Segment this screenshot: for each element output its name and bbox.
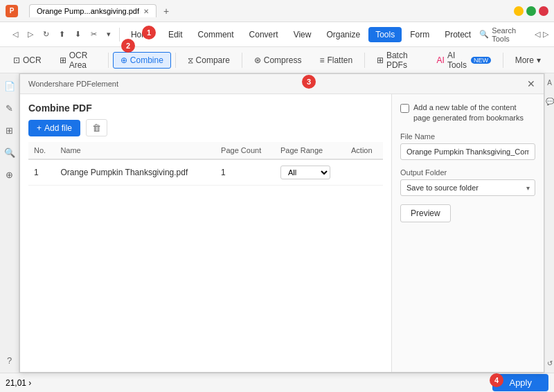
ai-tools-btn[interactable]: AI AI Tools NEW (429, 47, 499, 73)
ai-icon: AI (437, 55, 445, 65)
ocr-area-label: OCR Area (69, 51, 96, 70)
compare-btn[interactable]: ⧖ Compare (180, 52, 238, 69)
trash-icon: 🗑 (92, 123, 101, 133)
menu-convert[interactable]: Convert (242, 27, 285, 42)
menu-edit[interactable]: Edit (161, 27, 190, 42)
dialog-close-btn[interactable]: ✕ (527, 78, 535, 89)
more-chevron-icon: ▾ (537, 55, 541, 65)
combine-dialog: Wondershare PDFelement ✕ Combine PDF + A… (19, 73, 544, 373)
col-no: No. (28, 142, 55, 159)
menu-organize[interactable]: Organize (319, 27, 367, 42)
menu-tools[interactable]: Tools (368, 27, 402, 42)
compress-label: Compress (264, 55, 302, 65)
preview-btn[interactable]: Preview (400, 204, 451, 222)
sidebar-link-icon[interactable]: ? (3, 353, 17, 367)
preview-area: Preview (400, 204, 535, 222)
col-page-range: Page Range (275, 142, 346, 159)
batch-icon: ⊞ (377, 55, 384, 65)
compress-icon: ⊛ (254, 55, 261, 65)
toolbar-back[interactable]: ◁ (8, 28, 22, 41)
compress-btn[interactable]: ⊛ Compress (247, 52, 310, 69)
maximize-btn[interactable] (526, 6, 536, 16)
active-tab[interactable]: Orange Pump...anksgiving.pdf ✕ (29, 4, 157, 17)
output-folder-label: Output Folder (400, 168, 535, 177)
combine-toolbar: + Add file 🗑 (28, 119, 383, 136)
nav-back[interactable]: ◁ (535, 30, 540, 39)
sidebar-edit-icon[interactable]: ✎ (3, 101, 17, 115)
sep-4 (364, 53, 365, 68)
col-action: Action (346, 142, 383, 159)
row-action (346, 159, 383, 186)
compare-label: Compare (196, 55, 230, 65)
toolbar-upload[interactable]: ⬆ (55, 28, 69, 41)
right-sidebar-chat-icon[interactable]: 💬 (546, 98, 554, 105)
combine-right: Add a new table of the content page gene… (391, 94, 544, 372)
menu-comment[interactable]: Comment (191, 27, 241, 42)
batch-label: Batch PDFs (386, 51, 419, 70)
ocr-area-btn[interactable]: ⊞ OCR Area (52, 47, 104, 73)
batch-pdfs-btn[interactable]: ⊞ Batch PDFs (369, 47, 427, 73)
close-btn[interactable] (539, 6, 548, 16)
right-sidebar: A 💬 ↺ (544, 73, 554, 373)
new-tab-btn[interactable]: + (159, 4, 173, 18)
sidebar-search-icon[interactable]: 🔍 (3, 145, 17, 159)
file-table: No. Name Page Count Page Range Action 1 … (28, 142, 383, 186)
combine-title: Combine PDF (28, 103, 383, 114)
step-badge-1: 1 (142, 26, 156, 39)
bookmark-checkbox[interactable] (400, 104, 409, 113)
search-icon: 🔍 (479, 30, 489, 39)
flatten-btn[interactable]: ≡ Flatten (312, 52, 360, 69)
more-btn[interactable]: More ▾ (508, 52, 548, 69)
step-badge-3: 3 (302, 75, 316, 89)
combine-left: Combine PDF + Add file 🗑 No. (20, 94, 391, 372)
menu-sep-1 (119, 28, 120, 42)
sidebar-pages-icon[interactable]: 📄 (3, 79, 17, 93)
menu-view[interactable]: View (287, 27, 319, 42)
toolbar-more[interactable]: ▾ (102, 28, 115, 41)
menu-protect[interactable]: Protect (438, 27, 478, 42)
left-sidebar: 📄 ✎ ⊞ 🔍 ⊕ ? (0, 73, 19, 373)
output-folder-field: Output Folder Save to source folder Choo… (400, 168, 535, 196)
step-badge-4: 4 (490, 373, 503, 387)
bottom-bar: 21,01 › Apply (0, 373, 554, 392)
add-file-btn[interactable]: + Add file (28, 120, 80, 136)
ocr-icon: ⊡ (13, 55, 20, 65)
toolbar-forward[interactable]: ▷ (24, 28, 37, 41)
nav-forward[interactable]: ▷ (543, 30, 548, 39)
combine-btn[interactable]: ⊕ Combine (113, 52, 171, 69)
bookmark-option-row: Add a new table of the content page gene… (400, 103, 535, 124)
sidebar-grid-icon[interactable]: ⊞ (3, 123, 17, 137)
sidebar-layers-icon[interactable]: ⊕ (3, 168, 17, 181)
menu-form[interactable]: Form (403, 27, 436, 42)
page-range-select[interactable]: All Custom (280, 166, 330, 179)
delete-file-btn[interactable]: 🗑 (86, 119, 107, 136)
flatten-icon: ≡ (319, 55, 324, 65)
col-name: Name (55, 142, 215, 159)
minimize-btn[interactable] (514, 6, 524, 16)
sep-1 (108, 53, 109, 68)
toolbar-cut[interactable]: ✂ (87, 28, 101, 41)
row-no: 1 (28, 159, 55, 186)
row-page-count: 1 (215, 159, 275, 186)
panel-area: Wondershare PDFelement ✕ Combine PDF + A… (19, 73, 544, 373)
add-file-label: Add file (44, 123, 72, 133)
right-sidebar-ai-icon[interactable]: A (547, 79, 552, 87)
right-sidebar-scroll[interactable]: ↺ (547, 359, 553, 367)
toolbar-download[interactable]: ⬇ (71, 28, 85, 41)
flatten-label: Flatten (327, 55, 352, 65)
dialog-header: Wondershare PDFelement ✕ (20, 74, 544, 94)
toolbar-refresh[interactable]: ↻ (39, 28, 53, 41)
search-label: Search Tools (492, 26, 526, 43)
sep-3 (242, 53, 242, 68)
ai-badge: NEW (471, 57, 491, 64)
output-folder-select-wrapper: Save to source folder Choose folder... (400, 179, 535, 196)
status-text: 21,01 › (6, 378, 31, 388)
output-folder-select[interactable]: Save to source folder Choose folder... (400, 179, 535, 196)
file-name-input[interactable] (400, 143, 535, 160)
add-file-icon: + (37, 123, 42, 133)
bookmark-option-text: Add a new table of the content page gene… (413, 103, 535, 124)
title-bar: P Orange Pump...anksgiving.pdf ✕ + (0, 0, 554, 22)
tab-close-btn[interactable]: ✕ (143, 8, 149, 15)
row-page-range[interactable]: All Custom (275, 159, 346, 186)
ocr-btn[interactable]: ⊡ OCR (6, 52, 49, 69)
